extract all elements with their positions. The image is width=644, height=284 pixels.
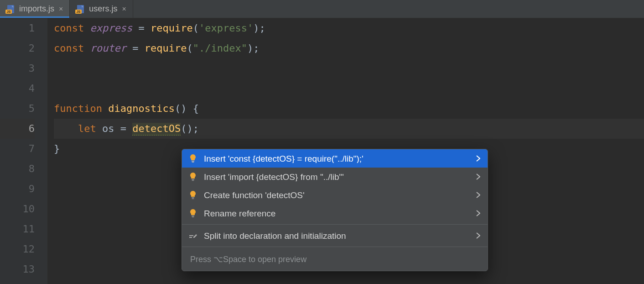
svg-rect-14 bbox=[189, 235, 193, 236]
code-line[interactable]: function diagnostics() { bbox=[54, 99, 644, 119]
intention-item-split-declaration[interactable]: Split into declaration and initializatio… bbox=[182, 226, 488, 245]
code-line[interactable]: let os = detectOS(); bbox=[54, 119, 644, 139]
js-file-icon: JS bbox=[75, 5, 85, 14]
code-line[interactable] bbox=[54, 79, 644, 99]
svg-rect-13 bbox=[192, 216, 194, 217]
code-line[interactable]: const router = require("./index"); bbox=[54, 38, 644, 58]
js-file-icon: JS bbox=[5, 5, 16, 14]
chevron-right-icon bbox=[476, 232, 480, 239]
tab-imports-js[interactable]: JS imports.js × bbox=[0, 0, 70, 18]
popup-hint: Press ⌥Space to open preview bbox=[182, 249, 488, 271]
pencil-icon bbox=[188, 231, 197, 240]
svg-rect-6 bbox=[192, 161, 194, 162]
svg-rect-10 bbox=[192, 197, 194, 198]
chevron-right-icon bbox=[476, 155, 480, 162]
line-number: 12 bbox=[0, 239, 35, 259]
line-number: 7 bbox=[0, 139, 35, 159]
svg-rect-8 bbox=[192, 179, 194, 180]
svg-rect-12 bbox=[192, 216, 194, 216]
intention-label: Insert 'const {detectOS} = require("../l… bbox=[204, 154, 470, 163]
chevron-right-icon bbox=[476, 210, 480, 216]
line-number: 9 bbox=[0, 179, 35, 199]
popup-separator bbox=[182, 247, 488, 247]
line-number: 3 bbox=[0, 58, 35, 79]
lightbulb-icon bbox=[188, 172, 197, 181]
svg-rect-11 bbox=[192, 198, 194, 199]
close-icon[interactable]: × bbox=[58, 5, 64, 13]
code-line[interactable]: const express = require('express'); bbox=[54, 18, 644, 38]
svg-rect-15 bbox=[189, 237, 192, 238]
intention-item-insert-require[interactable]: Insert 'const {detectOS} = require("../l… bbox=[182, 149, 488, 168]
intention-label: Split into declaration and initializatio… bbox=[204, 231, 470, 240]
unresolved-symbol[interactable]: detectOS bbox=[132, 123, 181, 136]
svg-rect-7 bbox=[192, 162, 194, 163]
svg-text:JS: JS bbox=[77, 10, 81, 14]
popup-separator bbox=[182, 224, 488, 225]
intention-label: Rename reference bbox=[204, 209, 470, 218]
line-number: 11 bbox=[0, 219, 35, 239]
intention-item-insert-import[interactable]: Insert 'import {detectOS} from "../lib"' bbox=[182, 168, 488, 186]
gutter: 1 2 3 4 5 6 7 8 9 10 11 12 13 bbox=[0, 18, 47, 284]
tab-users-js[interactable]: JS users.js × bbox=[70, 0, 133, 18]
chevron-right-icon bbox=[476, 192, 480, 198]
tab-label: imports.js bbox=[19, 4, 54, 14]
svg-rect-9 bbox=[192, 180, 194, 181]
svg-text:JS: JS bbox=[6, 10, 10, 14]
intention-label: Insert 'import {detectOS} from "../lib"' bbox=[204, 173, 470, 181]
tab-bar: JS imports.js × JS users.js × bbox=[0, 0, 644, 18]
line-number: 13 bbox=[0, 259, 35, 279]
code-line[interactable] bbox=[54, 58, 644, 79]
lightbulb-icon bbox=[188, 209, 197, 218]
line-number: 2 bbox=[0, 38, 35, 58]
lightbulb-icon bbox=[188, 154, 197, 163]
intention-item-rename-reference[interactable]: Rename reference bbox=[182, 204, 488, 222]
line-number: 4 bbox=[0, 79, 35, 99]
lightbulb-icon bbox=[188, 190, 197, 200]
line-number: 10 bbox=[0, 199, 35, 219]
tab-label: users.js bbox=[89, 4, 117, 14]
line-number: 1 bbox=[0, 18, 35, 38]
line-number: 5 bbox=[0, 99, 35, 119]
intention-label: Create function 'detectOS' bbox=[204, 191, 470, 200]
line-number: 8 bbox=[0, 159, 35, 179]
chevron-right-icon bbox=[476, 174, 480, 180]
intention-popup: Insert 'const {detectOS} = require("../l… bbox=[182, 149, 488, 271]
line-number: 6 bbox=[0, 119, 35, 139]
intention-item-create-function[interactable]: Create function 'detectOS' bbox=[182, 186, 488, 204]
close-icon[interactable]: × bbox=[121, 5, 127, 13]
